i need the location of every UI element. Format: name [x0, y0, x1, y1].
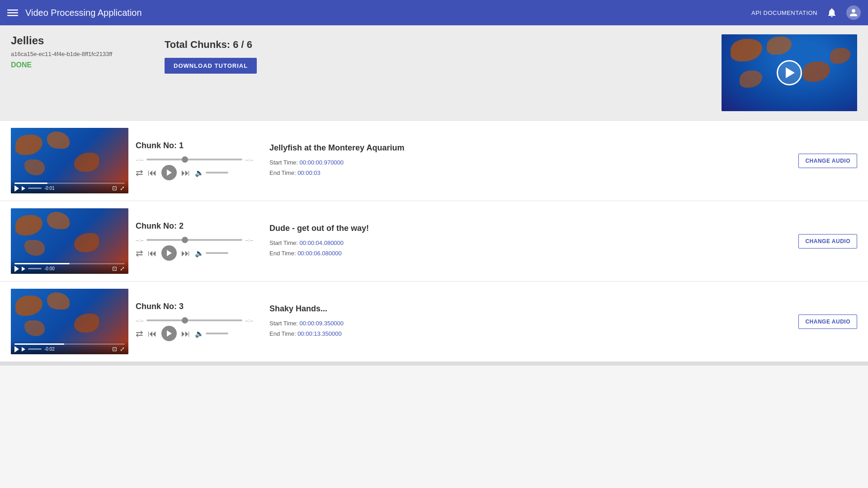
- video-expand-icon-2[interactable]: ⤢: [120, 265, 125, 272]
- chunk-info-1: Jellyfish at the Monterey Aquarium Start…: [260, 143, 791, 178]
- video-play-button-2[interactable]: [14, 266, 19, 272]
- video-time-1: -0:01: [44, 186, 55, 191]
- video-controls-overlay-2: -0:00 ⊡ ⤢: [11, 260, 128, 274]
- notifications-icon[interactable]: [826, 7, 837, 18]
- audio-play-button-3[interactable]: [161, 326, 177, 341]
- end-time-value-1: 00:00:03: [297, 169, 321, 176]
- audio-btn-row-2: ⇄ ⏮ ⏭ 🔈: [136, 245, 253, 261]
- video-expand-icon-1[interactable]: ⤢: [120, 185, 125, 192]
- video-volume-bar-1[interactable]: [28, 188, 42, 189]
- chunk-audio-title-1: Jellyfish at the Monterey Aquarium: [269, 143, 791, 153]
- rewind-icon-2[interactable]: ⏮: [148, 248, 157, 258]
- nav-right: API DOCUMENTATION: [751, 5, 861, 20]
- start-time-row-2: Start Time: 00:00:04.080000: [269, 238, 791, 248]
- chunk-audio-title-2: Dude - get out of the way!: [269, 224, 791, 233]
- volume-icon-2[interactable]: 🔈: [195, 249, 204, 258]
- change-audio-button-2[interactable]: CHANGE AUDIO: [798, 234, 857, 249]
- video-volume-bar-3[interactable]: [28, 348, 42, 350]
- chunk-row: -0:02 ⊡ ⤢ Chunk No: 3 --:-- --:-- ⇄: [0, 282, 868, 362]
- chunk-times-3: Start Time: 00:00:09.350000 End Time: 00…: [269, 318, 791, 339]
- start-time-value-2: 00:00:04.080000: [299, 239, 344, 246]
- chunk-row: -0:00 ⊡ ⤢ Chunk No: 2 --:-- --:-- ⇄: [0, 201, 868, 282]
- preview-video-thumbnail[interactable]: [722, 34, 857, 111]
- chunk-thumbnail-3[interactable]: -0:02 ⊡ ⤢: [11, 289, 128, 354]
- volume-row-3: 🔈: [195, 329, 228, 338]
- audio-player-3: --:-- --:-- ⇄ ⏮ ⏭ 🔈: [136, 318, 253, 341]
- volume-bar-3[interactable]: [206, 333, 228, 334]
- end-time-row-1: End Time: 00:00:03: [269, 168, 791, 178]
- video-controls-overlay-3: -0:02 ⊡ ⤢: [11, 341, 128, 354]
- svg-marker-4: [167, 250, 172, 256]
- volume-row-1: 🔈: [195, 169, 228, 177]
- audio-btn-row-3: ⇄ ⏮ ⏭ 🔈: [136, 326, 253, 341]
- video-time-2: -0:00: [44, 266, 55, 271]
- volume-icon-3[interactable]: 🔈: [195, 329, 204, 338]
- volume-bar-2[interactable]: [206, 252, 228, 254]
- chunk-times-1: Start Time: 00:00:00.970000 End Time: 00…: [269, 157, 791, 178]
- change-audio-button-1[interactable]: CHANGE AUDIO: [798, 154, 857, 168]
- video-play-button-1[interactable]: [14, 185, 19, 192]
- video-progress-bar-1[interactable]: [14, 183, 125, 184]
- end-time-value-3: 00:00:13.350000: [297, 330, 342, 337]
- video-volume-bar-2[interactable]: [28, 268, 42, 269]
- volume-icon-1[interactable]: 🔈: [195, 169, 204, 177]
- change-audio-button-3[interactable]: CHANGE AUDIO: [798, 314, 857, 329]
- video-controls-3: -0:02 ⊡ ⤢: [14, 346, 125, 352]
- project-title: Jellies: [11, 34, 146, 47]
- chunk-controls-3: Chunk No: 3 --:-- --:-- ⇄ ⏮ ⏭: [136, 302, 253, 341]
- app-title: Video Processing Application: [25, 8, 744, 18]
- seek-row-1: --:-- --:--: [136, 157, 253, 162]
- video-volume-button-1[interactable]: [22, 186, 25, 191]
- video-fullscreen-icon-3[interactable]: ⊡: [112, 346, 117, 352]
- video-fullscreen-icon-2[interactable]: ⊡: [112, 265, 117, 272]
- svg-marker-3: [167, 169, 172, 176]
- preview-section: [722, 34, 857, 111]
- video-expand-icon-3[interactable]: ⤢: [120, 346, 125, 352]
- chunk-controls-1: Chunk No: 1 --:-- --:-- ⇄ ⏮ ⏭: [136, 141, 253, 180]
- shuffle-icon-3[interactable]: ⇄: [136, 328, 143, 339]
- seek-bar-2[interactable]: [146, 239, 243, 241]
- project-info: Jellies a16ca15e-ec11-4f4e-b1de-8ff1fc21…: [11, 34, 146, 69]
- scrollbar[interactable]: [0, 362, 868, 366]
- preview-play-button[interactable]: [777, 60, 802, 85]
- audio-player-2: --:-- --:-- ⇄ ⏮ ⏭ 🔈: [136, 237, 253, 261]
- video-volume-button-3[interactable]: [22, 347, 25, 352]
- seek-bar-3[interactable]: [146, 319, 243, 321]
- project-status: DONE: [11, 61, 146, 69]
- download-tutorial-button[interactable]: DOWNLOAD TUTORIAL: [165, 58, 257, 74]
- end-time-value-2: 00:00:06.080000: [297, 250, 342, 257]
- volume-row-2: 🔈: [195, 249, 228, 258]
- fastforward-icon-2[interactable]: ⏭: [181, 248, 190, 258]
- account-icon[interactable]: [846, 5, 861, 20]
- svg-rect-1: [7, 12, 18, 14]
- chunk-info-3: Shaky Hands... Start Time: 00:00:09.3500…: [260, 304, 791, 339]
- video-progress-bar-2[interactable]: [14, 263, 125, 264]
- shuffle-icon-2[interactable]: ⇄: [136, 248, 143, 258]
- audio-play-button-1[interactable]: [161, 165, 177, 180]
- audio-play-button-2[interactable]: [161, 245, 177, 261]
- volume-bar-1[interactable]: [206, 172, 228, 174]
- rewind-icon-3[interactable]: ⏮: [148, 328, 157, 339]
- video-controls-2: -0:00 ⊡ ⤢: [14, 265, 125, 272]
- fastforward-icon-1[interactable]: ⏭: [181, 168, 190, 178]
- hamburger-icon[interactable]: [7, 7, 18, 18]
- shuffle-icon-1[interactable]: ⇄: [136, 167, 143, 178]
- fastforward-icon-3[interactable]: ⏭: [181, 328, 190, 339]
- chunk-audio-title-3: Shaky Hands...: [269, 304, 791, 314]
- chunk-row: -0:01 ⊡ ⤢ Chunk No: 1 --:-- --:-- ⇄: [0, 121, 868, 201]
- video-fullscreen-icon-1[interactable]: ⊡: [112, 185, 117, 192]
- api-documentation-link[interactable]: API DOCUMENTATION: [751, 9, 817, 16]
- chunk-thumbnail-1[interactable]: -0:01 ⊡ ⤢: [11, 128, 128, 193]
- rewind-icon-1[interactable]: ⏮: [148, 168, 157, 178]
- header-section: Jellies a16ca15e-ec11-4f4e-b1de-8ff1fc21…: [0, 25, 868, 121]
- chunk-thumbnail-2[interactable]: -0:00 ⊡ ⤢: [11, 208, 128, 274]
- seek-bar-1[interactable]: [146, 159, 243, 160]
- video-progress-bar-3[interactable]: [14, 343, 125, 345]
- video-play-button-3[interactable]: [14, 346, 19, 352]
- seek-row-3: --:-- --:--: [136, 318, 253, 323]
- audio-btn-row-1: ⇄ ⏮ ⏭ 🔈: [136, 165, 253, 180]
- top-navigation: Video Processing Application API DOCUMEN…: [0, 0, 868, 25]
- chunk-title-3: Chunk No: 3: [136, 302, 253, 311]
- start-time-value-3: 00:00:09.350000: [299, 320, 344, 327]
- video-volume-button-2[interactable]: [22, 267, 25, 271]
